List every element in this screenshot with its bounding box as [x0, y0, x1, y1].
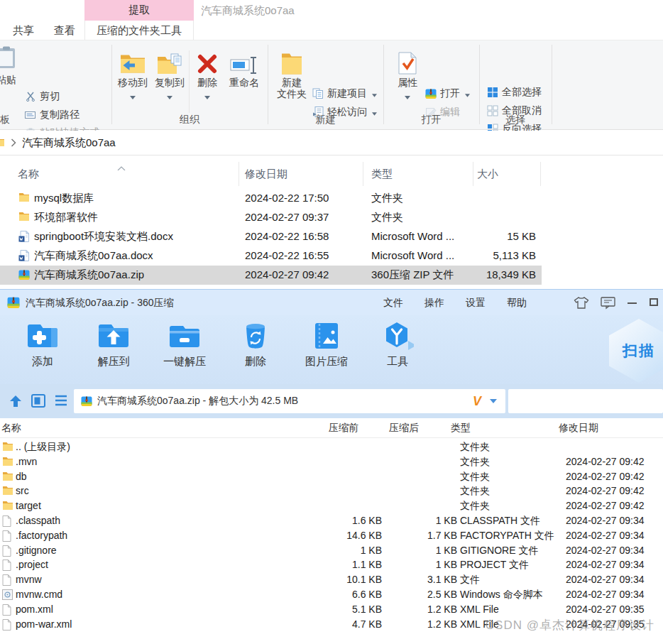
archive-file-row[interactable]: .classpath1.6 KB1 KBCLASSPATH 文件2024-02-… — [0, 513, 663, 528]
copy-path-button[interactable]: 复制路径 — [24, 107, 80, 123]
size-after-compression: 1.2 KB — [387, 618, 457, 630]
archive-file-row[interactable]: mvnw.cmd6.6 KB2.5 KBWindows 命令脚本2024-02-… — [0, 587, 663, 602]
menu-action[interactable]: 操作 — [424, 290, 444, 316]
contextual-header-label: 提取 — [128, 4, 150, 17]
extract-to-button[interactable]: 解压到 — [85, 322, 142, 369]
ribbon-group-clipboard: 粘贴 剪切 复制路径 粘贴快捷方式 剪贴板 — [0, 40, 111, 130]
cut-button[interactable]: 剪切 — [24, 89, 60, 104]
select-all-label: 全部选择 — [502, 86, 542, 99]
entry-name: .project — [16, 559, 48, 570]
file-icon — [2, 604, 13, 618]
archive-file-row[interactable]: src文件夹2024-02-27 09:42 — [0, 484, 663, 498]
rename-button[interactable]: 重命名 — [223, 45, 265, 89]
entry-modified-date: 2024-02-27 09:34 — [566, 559, 645, 570]
archiver-window: 汽车商城系统0o7aa.zip - 360压缩 文件 操作 设置 帮助 添加 解… — [0, 289, 663, 644]
entry-name: .. (上级目录) — [16, 441, 70, 454]
archive-file-row[interactable]: .gitignore1 KB1 KBGITIGNORE 文件2024-02-27… — [0, 543, 663, 558]
archive-column-type[interactable]: 类型 — [451, 422, 471, 435]
archive-file-row[interactable]: .mvn文件夹2024-02-27 09:42 — [0, 454, 663, 469]
one-key-extract-button[interactable]: 一键解压 — [156, 322, 213, 369]
group-caption-select: 选择 — [479, 114, 552, 126]
feedback-icon[interactable] — [601, 297, 615, 312]
add-button[interactable]: 添加 — [14, 322, 71, 369]
cut-label: 剪切 — [40, 90, 60, 103]
one-key-extract-label: 一键解压 — [156, 355, 213, 369]
new-folder-button[interactable]: 新建 文件夹 — [273, 45, 310, 99]
archiver-titlebar[interactable]: 汽车商城系统0o7aa.zip - 360压缩 文件 操作 设置 帮助 — [0, 289, 663, 315]
delete-archive-button[interactable]: 删除 — [227, 322, 284, 369]
archive-column-before[interactable]: 压缩前 — [329, 422, 358, 435]
size-before-compression: 1 KB — [298, 545, 382, 556]
view-panel-icon[interactable] — [31, 394, 45, 410]
properties-button[interactable]: 属性 — [392, 45, 423, 94]
folder-icon — [2, 457, 13, 469]
column-header-name[interactable]: 名称 — [18, 168, 39, 181]
archive-column-after[interactable]: 压缩后 — [389, 422, 419, 435]
archive-file-row[interactable]: target文件夹2024-02-27 09:42 — [0, 498, 663, 513]
archive-file-row[interactable]: .. (上级目录)文件夹 — [0, 440, 663, 454]
archive-column-name[interactable]: 名称 — [1, 422, 21, 435]
maximize-button[interactable] — [650, 298, 658, 306]
select-all-button[interactable]: 全部选择 — [486, 84, 542, 100]
vip-format-badge: V — [473, 394, 481, 409]
size-before-compression: 1.1 KB — [298, 559, 382, 570]
size-before-compression: 10.1 KB — [298, 574, 382, 585]
tab-compressed-folder-tools[interactable]: 压缩的文件夹工具 — [84, 21, 194, 40]
new-folder-label-1: 新建 — [273, 77, 310, 88]
copy-to-button[interactable]: 复制到 — [151, 45, 188, 94]
archive-column-date[interactable]: 修改日期 — [559, 422, 598, 435]
explorer-file-row[interactable]: springboot环境安装文档.docx2024-02-22 16:58Mic… — [0, 227, 663, 246]
explorer-file-row[interactable]: 汽车商城系统0o7aa.zip2024-02-27 09:42360压缩 ZIP… — [0, 266, 663, 285]
chevron-down-icon — [465, 88, 470, 99]
tab-view[interactable]: 查看 — [44, 21, 85, 40]
folder-icon — [2, 486, 13, 498]
tab-share[interactable]: 共享 — [3, 21, 44, 40]
column-header-type[interactable]: 类型 — [371, 168, 393, 181]
open-button[interactable]: 打开 — [424, 86, 470, 102]
watermark: CSDN @卓杰计算机程序设计 — [486, 617, 654, 633]
chevron-down-icon[interactable] — [490, 399, 497, 403]
zip-app-icon — [7, 296, 20, 312]
minimize-button[interactable] — [628, 302, 637, 304]
archive-path-input[interactable]: 汽车商城系统0o7aa.zip - 解包大小为 42.5 MB V — [74, 389, 505, 413]
column-header-date[interactable]: 修改日期 — [245, 168, 287, 181]
size-after-compression: 3.1 KB — [387, 574, 457, 585]
delete-archive-label: 删除 — [227, 355, 284, 369]
menu-help[interactable]: 帮助 — [507, 290, 527, 316]
archive-file-row[interactable]: .project1.1 KB1 KBPROJECT 文件2024-02-27 0… — [0, 557, 663, 572]
entry-modified-date: 2024-02-27 09:42 — [566, 471, 645, 482]
search-box[interactable] — [508, 389, 663, 413]
paste-button[interactable]: 粘贴 — [0, 46, 23, 87]
new-item-button[interactable]: 新建项目 — [312, 86, 377, 102]
rename-icon — [223, 45, 265, 75]
file-icon — [2, 530, 13, 544]
file-modified-date: 2024-02-27 09:37 — [245, 211, 329, 223]
entry-modified-date: 2024-02-27 09:34 — [566, 530, 645, 541]
explorer-file-row[interactable]: 环境部署软件2024-02-27 09:37文件夹 — [0, 208, 663, 227]
clipboard-icon — [0, 59, 16, 71]
list-view-icon[interactable] — [54, 394, 68, 410]
skin-shirt-icon[interactable] — [574, 297, 589, 312]
copy-path-icon — [24, 110, 36, 120]
entry-type: 文件夹 — [460, 456, 490, 469]
chevron-down-icon — [151, 90, 188, 94]
tools-button[interactable]: 工具 — [369, 322, 426, 369]
address-bar[interactable]: 汽车商城系统0o7aa — [0, 131, 663, 155]
explorer-file-row[interactable]: 汽车商城系统0o7aa.docx2024-02-22 16:55Microsof… — [0, 246, 663, 266]
new-item-label: 新建项目 — [327, 87, 367, 100]
archive-file-row[interactable]: mvnw10.1 KB3.1 KB文件2024-02-27 09:34 — [0, 572, 663, 587]
scan-badge[interactable]: 扫描 — [609, 319, 663, 383]
up-level-icon[interactable] — [9, 394, 23, 411]
archive-file-row[interactable]: .factorypath14.6 KB1.7 KBFACTORYPATH 文件2… — [0, 528, 663, 543]
column-header-size[interactable]: 大小 — [477, 168, 498, 181]
delete-button[interactable]: 删除 — [192, 45, 223, 94]
ribbon-group-select: 全部选择 全部取消 反向选择 选择 — [479, 40, 552, 130]
archive-file-row[interactable]: db文件夹2024-02-27 09:42 — [0, 469, 663, 484]
menu-settings[interactable]: 设置 — [466, 290, 486, 316]
image-compress-button[interactable]: 图片压缩 — [298, 322, 355, 369]
entry-type: FACTORYPATH 文件 — [460, 530, 554, 542]
menu-file[interactable]: 文件 — [383, 290, 403, 316]
archive-file-row[interactable]: pom.xml5.1 KB1.2 KBXML File2024-02-27 09… — [0, 602, 663, 617]
explorer-file-row[interactable]: mysql数据库2024-02-22 17:50文件夹 — [0, 189, 663, 208]
move-to-button[interactable]: 移动到 — [114, 45, 151, 94]
